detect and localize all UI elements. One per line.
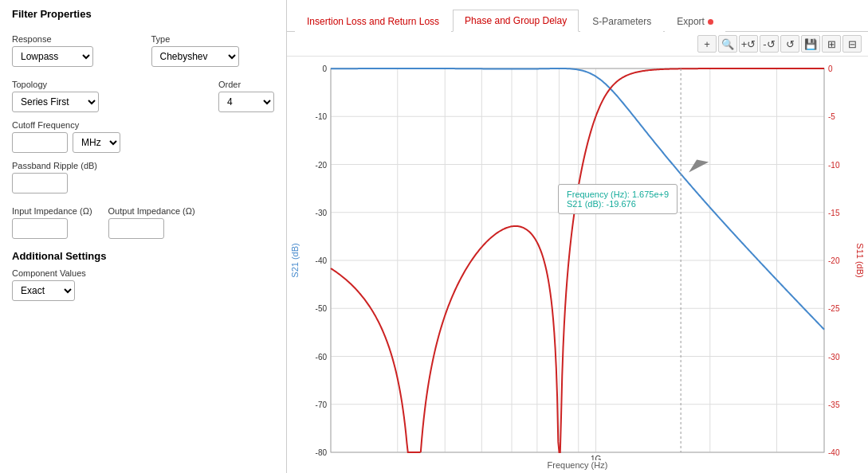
response-label: Response: [12, 34, 136, 44]
type-select[interactable]: ChebyshevButterworthEllipticBessel: [151, 46, 239, 67]
tab-s-parameters[interactable]: S-Parameters: [580, 10, 663, 32]
order-select[interactable]: 12345: [218, 92, 274, 112]
type-select-wrapper: ChebyshevButterworthEllipticBessel: [151, 46, 275, 67]
additional-settings-title: Additional Settings: [12, 250, 274, 262]
order-label: Order: [218, 80, 274, 89]
tab-bar: Insertion Loss and Return Loss Phase and…: [287, 0, 868, 32]
input-impedance-label: Input Impedance (Ω): [12, 206, 92, 216]
order-select-wrapper: 12345: [218, 92, 274, 112]
tab-phase-group-delay[interactable]: Phase and Group Delay: [453, 10, 579, 32]
component-values-label: Component Values: [12, 268, 274, 278]
component-values-wrapper: ExactE12E24E48E96: [12, 280, 75, 301]
tab-export[interactable]: Export: [665, 10, 725, 32]
topology-select-wrapper: Series FirstShunt First: [12, 92, 202, 112]
response-select-wrapper: LowpassHighpassBandpassBandstop: [12, 46, 136, 67]
zoom-button[interactable]: 🔍: [718, 35, 737, 53]
zoom-in-button[interactable]: +: [697, 35, 717, 53]
cutoff-freq-label: Cutoff Frequency: [12, 120, 274, 130]
output-impedance-label: Output Impedance (Ω): [108, 206, 195, 216]
tab-insertion-loss[interactable]: Insertion Loss and Return Loss: [295, 10, 451, 32]
reset-button[interactable]: ↺: [780, 35, 799, 53]
freq-unit-select[interactable]: HzkHzMHzGHz: [73, 132, 120, 153]
x-axis-label: Frequency (Hz): [287, 460, 868, 473]
response-select[interactable]: LowpassHighpassBandpassBandstop: [12, 46, 93, 67]
chart-area: Frequency (Hz): 1.675e+9 S21 (dB): -19.6…: [287, 57, 868, 460]
topology-label: Topology: [12, 80, 202, 89]
filter-properties-panel: Filter Properties Response LowpassHighpa…: [0, 0, 287, 473]
output-impedance-input[interactable]: 50: [108, 218, 164, 239]
type-label: Type: [151, 34, 275, 44]
topology-select[interactable]: Series FirstShunt First: [12, 92, 99, 112]
right-panel: Insertion Loss and Return Loss Phase and…: [287, 0, 868, 473]
chart-canvas: [287, 57, 868, 460]
freq-unit-wrapper: HzkHzMHzGHz: [73, 132, 120, 153]
grid-button[interactable]: ⊞: [822, 35, 841, 53]
cutoff-freq-row: 868 HzkHzMHzGHz: [12, 132, 274, 153]
panel-title: Filter Properties: [12, 8, 274, 20]
settings-button[interactable]: ⊟: [842, 35, 862, 53]
pan-right-button[interactable]: +↺: [739, 35, 758, 53]
export-dot: [708, 19, 713, 25]
save-button[interactable]: 💾: [801, 35, 820, 53]
cutoff-freq-input[interactable]: 868: [12, 132, 68, 153]
component-values-select[interactable]: ExactE12E24E48E96: [12, 280, 75, 301]
input-impedance-input[interactable]: 50: [12, 218, 68, 239]
passband-ripple-input[interactable]: 0.10: [12, 173, 68, 194]
chart-toolbar: + 🔍 +↺ -↺ ↺ 💾 ⊞ ⊟: [287, 32, 868, 57]
pan-left-button[interactable]: -↺: [760, 35, 779, 53]
passband-ripple-label: Passband Ripple (dB): [12, 161, 274, 170]
